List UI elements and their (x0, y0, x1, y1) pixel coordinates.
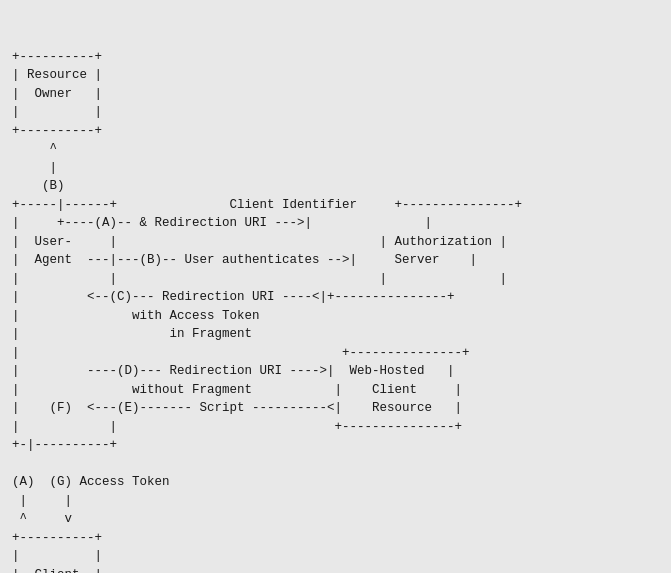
diagram-container: +----------+ | Resource | | Owner | | | … (0, 0, 671, 573)
diagram-content: +----------+ | Resource | | Owner | | | … (12, 48, 659, 573)
